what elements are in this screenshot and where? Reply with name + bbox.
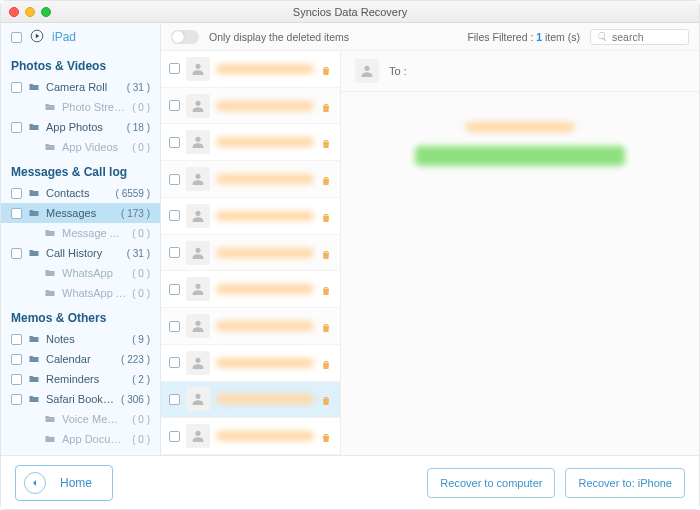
row-icon: [44, 287, 56, 299]
msg-checkbox[interactable]: [169, 210, 180, 221]
msg-preview-redacted: [216, 284, 314, 294]
row-icon: [44, 141, 56, 153]
sidebar-item[interactable]: Messages ( 173 ): [1, 203, 160, 223]
deleted-only-label: Only display the deleted items: [209, 31, 349, 43]
msg-checkbox[interactable]: [169, 357, 180, 368]
row-count: ( 31 ): [127, 248, 150, 259]
device-name: iPad: [52, 30, 76, 44]
row-checkbox[interactable]: [11, 334, 22, 345]
sidebar: iPad Photos & Videos Camera Roll ( 31 ) …: [1, 23, 161, 455]
device-row[interactable]: iPad: [1, 23, 160, 51]
sidebar-item[interactable]: Contacts ( 6559 ): [1, 183, 160, 203]
msg-preview-redacted: [216, 64, 314, 74]
msg-checkbox[interactable]: [169, 431, 180, 442]
footer: Home Recover to computer Recover to: iPh…: [1, 455, 699, 509]
msg-checkbox[interactable]: [169, 63, 180, 74]
row-count: ( 0 ): [132, 414, 150, 425]
message-list-item[interactable]: [161, 198, 340, 235]
sidebar-item[interactable]: Notes ( 9 ): [1, 329, 160, 349]
row-label: WhatsApp: [62, 267, 126, 279]
sidebar-item[interactable]: Voice Memos ( 0 ): [1, 409, 160, 429]
row-icon: [44, 433, 56, 445]
msg-checkbox[interactable]: [169, 394, 180, 405]
row-label: Message Attach...: [62, 227, 126, 239]
row-count: ( 223 ): [121, 354, 150, 365]
row-label: Photo Stream: [62, 101, 126, 113]
row-icon: [28, 373, 40, 385]
message-list-item[interactable]: [161, 124, 340, 161]
device-checkbox[interactable]: [11, 32, 22, 43]
row-icon: [28, 187, 40, 199]
sidebar-item[interactable]: Safari Bookmark ( 306 ): [1, 389, 160, 409]
sidebar-item[interactable]: App Photos ( 18 ): [1, 117, 160, 137]
row-checkbox[interactable]: [11, 122, 22, 133]
message-list-item[interactable]: [161, 271, 340, 308]
row-label: Contacts: [46, 187, 110, 199]
row-count: ( 0 ): [132, 434, 150, 445]
row-icon: [28, 353, 40, 365]
sidebar-item[interactable]: WhatsApp Attac... ( 0 ): [1, 283, 160, 303]
row-checkbox[interactable]: [11, 248, 22, 259]
to-label: To :: [389, 65, 407, 77]
sidebar-item[interactable]: Message Attach... ( 0 ): [1, 223, 160, 243]
row-icon: [44, 413, 56, 425]
msg-checkbox[interactable]: [169, 284, 180, 295]
message-detail: To :: [341, 51, 699, 455]
message-list-item[interactable]: [161, 418, 340, 455]
row-checkbox[interactable]: [11, 82, 22, 93]
message-date-redacted: [465, 122, 575, 132]
section-header: Messages & Call log: [1, 157, 160, 183]
row-checkbox[interactable]: [11, 394, 22, 405]
trash-icon: [320, 63, 332, 75]
sidebar-item[interactable]: App Document ( 0 ): [1, 429, 160, 449]
sidebar-item[interactable]: WhatsApp ( 0 ): [1, 263, 160, 283]
message-list-item[interactable]: [161, 382, 340, 419]
section-header: Photos & Videos: [1, 51, 160, 77]
avatar: [355, 59, 379, 83]
message-list-item[interactable]: [161, 88, 340, 125]
message-list: [161, 51, 341, 455]
search-input[interactable]: [612, 31, 682, 43]
msg-checkbox[interactable]: [169, 247, 180, 258]
msg-checkbox[interactable]: [169, 100, 180, 111]
row-checkbox[interactable]: [11, 354, 22, 365]
row-icon: [28, 207, 40, 219]
msg-preview-redacted: [216, 101, 314, 111]
row-label: Call History: [46, 247, 121, 259]
message-list-item[interactable]: [161, 308, 340, 345]
avatar-icon: [186, 351, 210, 375]
row-checkbox[interactable]: [11, 374, 22, 385]
sidebar-item[interactable]: Calendar ( 223 ): [1, 349, 160, 369]
trash-icon: [320, 430, 332, 442]
message-list-item[interactable]: [161, 235, 340, 272]
sidebar-item[interactable]: Camera Roll ( 31 ): [1, 77, 160, 97]
msg-checkbox[interactable]: [169, 137, 180, 148]
row-checkbox[interactable]: [11, 208, 22, 219]
recover-to-iphone-button[interactable]: Recover to: iPhone: [565, 468, 685, 498]
row-icon: [44, 227, 56, 239]
row-icon: [28, 393, 40, 405]
message-list-item[interactable]: [161, 345, 340, 382]
message-list-item[interactable]: [161, 51, 340, 88]
home-button[interactable]: Home: [15, 465, 113, 501]
sidebar-item[interactable]: Photo Stream ( 0 ): [1, 97, 160, 117]
avatar-icon: [186, 57, 210, 81]
section-header: Memos & Others: [1, 303, 160, 329]
row-count: ( 6559 ): [116, 188, 150, 199]
row-checkbox[interactable]: [11, 188, 22, 199]
sidebar-item[interactable]: Call History ( 31 ): [1, 243, 160, 263]
row-label: Voice Memos: [62, 413, 126, 425]
trash-icon: [320, 100, 332, 112]
sidebar-item[interactable]: Reminders ( 2 ): [1, 369, 160, 389]
recover-to-computer-button[interactable]: Recover to computer: [427, 468, 555, 498]
back-arrow-icon: [24, 472, 46, 494]
msg-checkbox[interactable]: [169, 321, 180, 332]
sidebar-item[interactable]: App Videos ( 0 ): [1, 137, 160, 157]
msg-checkbox[interactable]: [169, 174, 180, 185]
row-label: Safari Bookmark: [46, 393, 115, 405]
trash-icon: [320, 136, 332, 148]
msg-preview-redacted: [216, 174, 314, 184]
search-box[interactable]: [590, 29, 689, 45]
deleted-only-toggle[interactable]: [171, 30, 199, 44]
message-list-item[interactable]: [161, 161, 340, 198]
